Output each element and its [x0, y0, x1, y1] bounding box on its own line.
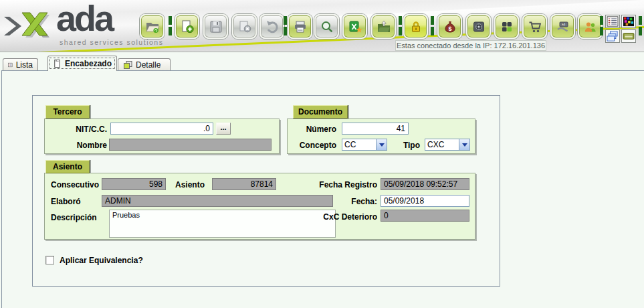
toolbar-separator	[639, 16, 642, 25]
app-logo-tagline: shared services solutions	[60, 38, 163, 46]
report-button[interactable]	[605, 15, 620, 28]
tab-encabezado-label: Encabezado	[65, 59, 112, 68]
toolbar-separator	[600, 16, 603, 25]
delete-record-button[interactable]	[232, 14, 257, 39]
svg-text:$: $	[448, 25, 451, 32]
tipo-select[interactable]: CXC	[425, 139, 470, 151]
tipo-label: Tipo	[399, 139, 420, 151]
collect-money-icon: $	[556, 19, 570, 34]
chevron-down-icon	[379, 143, 385, 147]
asiento-label: Asiento	[175, 179, 205, 191]
elaboro-label: Elaboró	[51, 196, 81, 208]
open-folder-icon	[145, 19, 160, 34]
add-record-button[interactable]	[175, 14, 199, 39]
collect-money-button[interactable]: $	[550, 14, 575, 39]
toolbar-separator	[284, 16, 287, 25]
tipo-dropdown-button[interactable]	[459, 139, 469, 150]
lock-icon	[409, 19, 423, 34]
aplicar-equivalencia-checkbox[interactable]	[45, 256, 54, 264]
numero-label: Número	[281, 123, 336, 135]
tab-encabezado[interactable]: Encabezado	[47, 56, 117, 71]
users-button[interactable]	[578, 14, 603, 39]
undo-button[interactable]	[259, 14, 284, 39]
consecutivo-input: 598	[102, 178, 166, 190]
report-icon	[607, 16, 619, 27]
export-excel-icon	[348, 19, 362, 34]
open-folder-button[interactable]	[140, 14, 165, 39]
toolbar-separator	[431, 16, 434, 25]
color-map-button[interactable]	[621, 15, 636, 28]
color-map-icon	[623, 16, 635, 27]
export-excel-button[interactable]	[342, 14, 367, 39]
search-icon	[320, 19, 334, 34]
delete-record-icon	[237, 19, 252, 34]
save-button[interactable]	[203, 14, 228, 39]
nit-input[interactable]: .0	[110, 123, 213, 135]
users-icon	[583, 19, 598, 34]
documento-group-header: Documento	[293, 105, 348, 119]
cxc-deterioro-input: 0	[381, 210, 469, 222]
lock-button[interactable]	[403, 14, 428, 39]
descripcion-textarea[interactable]: Pruebas	[109, 210, 336, 238]
tab-lista-label: Lista	[16, 60, 33, 70]
shopping-cart-button[interactable]	[522, 14, 547, 39]
money-bag-button[interactable]: $	[437, 14, 462, 39]
save-icon	[209, 19, 223, 34]
fecha-registro-label: Fecha Registro	[310, 179, 377, 191]
tab-detalle-label: Detalle	[136, 60, 160, 70]
numero-input[interactable]: 41	[342, 123, 409, 135]
nit-browse-button[interactable]: ...	[216, 123, 231, 135]
undo-icon	[265, 19, 280, 34]
toolbar-separator	[169, 16, 172, 25]
concepto-value: CC	[342, 139, 376, 150]
import-folder-button[interactable]	[371, 14, 396, 39]
chevron-down-icon	[462, 143, 467, 147]
svg-text:$: $	[562, 22, 564, 26]
nombre-input	[109, 139, 272, 151]
document-icon	[53, 59, 62, 68]
aplicar-equivalencia-label: Aplicar Equivalencia?	[60, 254, 143, 266]
add-record-icon	[180, 19, 195, 34]
concepto-dropdown-button[interactable]	[376, 139, 387, 150]
app-logo-text: ada	[56, 0, 112, 39]
copy-pages-icon	[607, 31, 619, 42]
tipo-value: CXC	[425, 139, 459, 150]
keyboard-button[interactable]	[621, 29, 636, 43]
toolbar-separator	[399, 16, 402, 25]
asiento-group-header: Asiento	[45, 160, 90, 173]
connection-status: Estas conectado desde la IP: 172.16.201.…	[395, 40, 546, 51]
keyboard-icon	[623, 31, 635, 42]
modules-icon	[500, 19, 514, 34]
fecha-input[interactable]: 05/09/2018	[381, 195, 469, 207]
elaboro-input: ADMIN	[102, 195, 333, 207]
ada-logo-icon	[4, 8, 58, 44]
concepto-label: Concepto	[281, 139, 336, 151]
print-icon	[293, 19, 308, 34]
modules-button[interactable]	[494, 14, 519, 39]
fecha-label: Fecha:	[337, 196, 377, 208]
fecha-registro-input: 05/09/2018 09:52:57	[381, 178, 469, 190]
cxc-deterioro-label: CxC Deterioro	[310, 211, 377, 223]
tercero-group-header: Tercero	[45, 105, 90, 119]
consecutivo-label: Consecutivo	[51, 179, 99, 191]
descripcion-label: Descripción	[51, 212, 97, 224]
layers-icon	[123, 60, 132, 70]
money-bag-icon: $	[443, 19, 457, 34]
safe-button[interactable]	[466, 14, 491, 39]
concepto-select[interactable]: CC	[342, 139, 387, 151]
import-folder-icon	[377, 19, 391, 34]
asiento-input: 87814	[212, 178, 276, 190]
nombre-label: Nombre	[47, 139, 107, 151]
nit-label: NIT/C.C.	[47, 123, 107, 135]
banner: ada shared services solutions $	[0, 0, 644, 52]
print-button[interactable]	[288, 14, 312, 39]
tab-lista[interactable]: Lista	[3, 58, 38, 70]
list-icon	[8, 60, 13, 70]
tab-detalle[interactable]: Detalle	[118, 58, 171, 70]
copy-pages-button[interactable]	[605, 29, 620, 43]
shopping-cart-icon	[528, 19, 542, 34]
safe-icon	[471, 19, 486, 34]
search-button[interactable]	[314, 14, 339, 39]
